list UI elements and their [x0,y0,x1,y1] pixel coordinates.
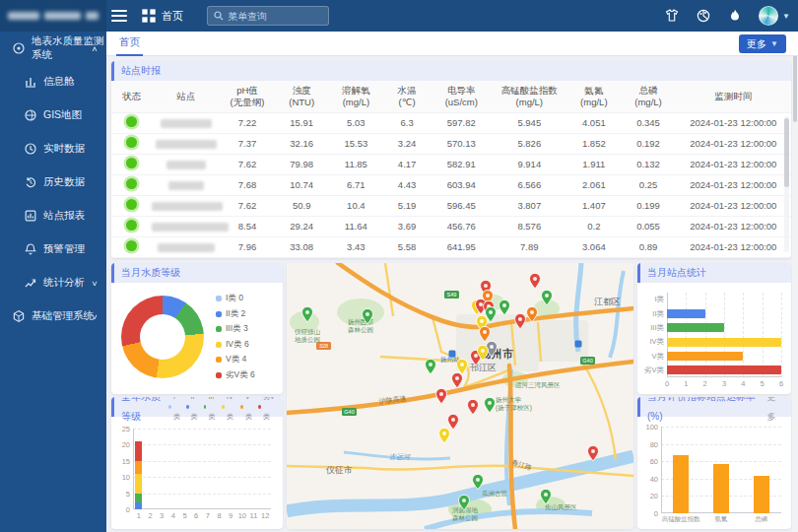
cell-conductivity: 641.95 [431,236,492,257]
station-map[interactable]: G40G40S49328 扬州市邗江区江都区仪征市沪陕高速春江路古运河扬州西部森… [287,263,633,529]
col-header: 溶解氧(mg/L) [329,81,383,112]
legend-item[interactable]: II类 2 [216,308,255,320]
cell-conductivity: 456.76 [431,216,492,236]
hbar [667,309,705,318]
status-ok-dot [126,178,137,189]
topbar-home-link[interactable]: 首页 [141,8,183,24]
month-quality-panel: 当月水质等级 I类 0II类 2III类 3IV类 6V类 4劣V类 6 [111,263,283,394]
stacked-bar-segment [135,441,142,461]
cell-water_temp: 3.69 [383,216,431,236]
cell-permanganate: 3.807 [492,195,566,216]
svg-text:G40: G40 [582,358,592,364]
menu-search[interactable] [207,6,329,26]
legend-item[interactable]: III类 [204,397,218,427]
table-row[interactable]: 7.3732.1615.533.24570.135.8261.8520.1922… [111,133,791,154]
cell-ph: 7.62 [220,154,274,174]
topbar: 首页 ▼ [0,0,798,32]
table-row[interactable]: 7.6250.910.45.19596.453.8071.4070.199202… [111,195,791,216]
legend-item[interactable]: II类 [186,397,199,427]
legend-item[interactable]: I类 0 [216,293,255,304]
legend-item[interactable]: 劣V类 6 [216,369,255,381]
table-row[interactable]: 7.6810.746.714.43603.946.5662.0610.25202… [111,174,791,195]
history-icon [24,175,37,189]
map-label: 森林公园 [348,326,373,333]
tab-home[interactable]: 首页 [116,32,143,56]
cell-water_temp: 4.17 [383,154,431,174]
cell-turbidity: 15.91 [275,112,329,133]
station-report-title: 站点时报 [121,61,161,81]
table-row[interactable]: 7.6279.9811.854.17582.919.9141.9110.1322… [111,154,791,174]
table-row[interactable]: 7.9633.083.435.58641.957.893.0640.892024… [111,236,791,257]
station-stats-hbar-chart: 0123456I类II类III类IV类V类劣V类 [667,293,781,377]
sidebar-item-stats[interactable]: 统计分析∨ [0,266,106,299]
table-row[interactable]: 7.2215.915.036.3597.825.9454.0510.345202… [111,112,791,133]
compliance-more-link[interactable]: 更多 [767,397,784,427]
sidebar-item-report[interactable]: 站点报表 [0,199,106,233]
legend-item[interactable]: 劣V类 [258,397,276,427]
shirt-icon[interactable] [664,8,680,24]
status-ok-dot [126,158,137,168]
logo-blur [44,12,81,20]
hbar [667,323,724,332]
col-header: 高锰酸盐指数(mg/L) [492,81,566,112]
legend-item[interactable]: I类 [168,397,181,427]
table-scrollbar[interactable] [784,116,789,252]
cell-time: 2024-01-23 12:00:00 [676,216,791,236]
station-table: 状态站点pH值(无量纲)浊度(NTU)溶解氧(mg/L)水温(℃)电导率(uS/… [111,81,791,258]
dashboard-circle-icon[interactable] [696,8,711,24]
legend-item[interactable]: IV类 [222,397,235,427]
hbar [667,352,743,361]
cell-ph: 7.37 [220,133,274,154]
cell-total_p: 0.055 [621,216,675,236]
user-menu[interactable]: ▼ [759,6,790,26]
sidebar-item-realtime[interactable]: 实时数据 [0,132,106,166]
sidebar: 地表水质量监测系统∧信息舱GIS地图实时数据历史数据站点报表预警管理统计分析∨基… [0,0,106,532]
hamburger-icon[interactable] [111,10,127,22]
legend-item[interactable]: IV类 6 [216,339,255,351]
legend-item[interactable]: III类 3 [216,323,255,335]
chevron-down-icon: ∨ [92,312,99,320]
sidebar-item-base[interactable]: 基础管理系统∨ [0,299,106,333]
map-label: 古运河 [389,453,412,460]
cell-ammonia: 2.061 [566,174,621,195]
sidebar-item-label: 实时数据 [43,142,85,156]
cell-ph: 7.68 [220,174,274,195]
cell-time: 2024-01-23 12:00:00 [676,154,791,174]
map-label: 仪征捺山 [295,328,321,336]
stacked-bar-segment [135,494,142,503]
compliance-bar [713,464,729,513]
sidebar-item-history[interactable]: 历史数据 [0,166,106,199]
menu-search-input[interactable] [228,11,316,22]
map-label: 森林公园 [452,514,478,521]
cell-permanganate: 5.826 [492,133,566,154]
sidebar-item-alert[interactable]: 预警管理 [0,233,106,266]
cell-ammonia: 1.407 [566,195,621,216]
sidebar-item-info[interactable]: 信息舱 [0,65,106,99]
avatar [759,6,778,26]
tabs-more-button[interactable]: 更多▼ [739,34,786,53]
map-label: 邗江区 [470,363,497,372]
transit-marker [575,341,582,348]
legend-item[interactable]: V类 4 [216,354,255,366]
cell-total_p: 0.25 [621,174,675,195]
table-row[interactable]: 8.5429.2411.643.69456.768.5760.20.055202… [111,216,791,236]
page-scrollbar[interactable] [792,32,798,532]
cell-water_temp: 3.24 [383,133,431,154]
cell-time: 2024-01-23 12:00:00 [676,195,791,216]
sidebar-item-system[interactable]: 地表水质量监测系统∧ [0,32,106,65]
station-report-panel: 站点时报 状态站点pH值(无量纲)浊度(NTU)溶解氧(mg/L)水温(℃)电导… [111,61,791,258]
map-label: 扬州大学 [496,396,522,404]
col-header: 状态 [111,81,152,112]
cell-dissolved_oxygen: 11.64 [329,216,383,236]
legend-item[interactable]: V类 [240,397,253,427]
realtime-icon [24,142,37,156]
cell-water_temp: 4.43 [383,174,431,195]
cell-turbidity: 33.08 [275,236,329,257]
sidebar-item-gis[interactable]: GIS地图 [0,99,106,132]
compliance-rate-panel: 当月评价指标站点达标率(%) 更多 020406080100高锰酸盐指数氨氮总磷 [637,397,791,529]
flame-icon[interactable] [727,8,743,24]
sidebar-item-label: 基础管理系统 [32,309,94,323]
annual-quality-panel: 全年水质等级 I类II类III类IV类V类劣V类 051015202512345… [111,397,283,529]
chevron-down-icon: ▼ [770,39,778,48]
cell-permanganate: 9.914 [492,154,566,174]
